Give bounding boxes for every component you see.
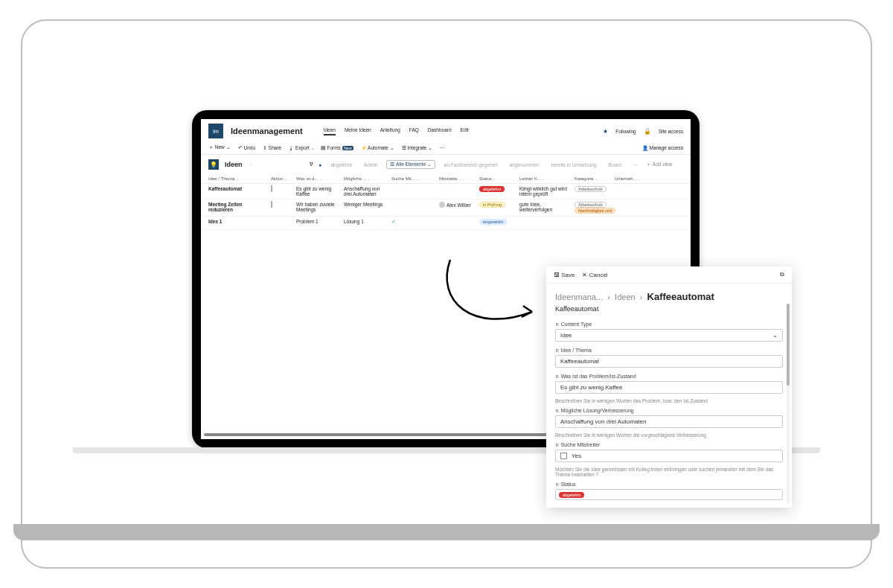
nav-faq[interactable]: FAQ (409, 127, 419, 135)
more-button[interactable]: ··· (440, 145, 444, 150)
view-fachbereich[interactable]: an Fachbereich gegeben (441, 162, 501, 168)
cell-problem: Wir haben zuviele Meetings (296, 202, 341, 212)
checkbox-icon (560, 453, 567, 459)
table-row[interactable]: Meeting Zeiten reduzierenWir haben zuvie… (201, 199, 691, 217)
avatar (439, 202, 445, 208)
input-loesung[interactable]: Anschaffung von drei Automaten (555, 415, 783, 428)
cell-solution: Anschaffung von drei Automaten (344, 186, 388, 196)
cell-status: abgelehnt (479, 186, 516, 192)
sharepoint-app: Im Ideenmanagement Ideen Meine Ideen Anl… (201, 119, 691, 230)
breadcrumb-1[interactable]: Ideen (615, 293, 636, 301)
select-content-type[interactable]: Idee⌄ (555, 329, 783, 342)
favorite-star-icon[interactable]: ☆ (249, 162, 253, 167)
site-header: Im Ideenmanagement Ideen Meine Ideen Anl… (201, 119, 691, 141)
manage-access-button[interactable]: 👤 Manage access (642, 145, 683, 151)
action-icon[interactable] (271, 201, 272, 208)
cell-action[interactable] (271, 186, 293, 191)
new-button[interactable]: ＋ New ⌄ (208, 144, 231, 151)
panel-toolbar: 🖫 Save ✕ Cancel ⧉ (546, 266, 792, 284)
col-aktion[interactable]: Aktion (271, 176, 293, 181)
category-badge: Nachhaltigkeit und (574, 208, 615, 214)
breadcrumb-0[interactable]: Ideenmana... (555, 293, 603, 301)
label-loesung: Mögliche Lösung/Verbesserung (555, 408, 783, 413)
nav-meine-ideen[interactable]: Meine Ideen (345, 127, 371, 135)
integrate-button[interactable]: ☰ Integrate ⌄ (402, 145, 432, 151)
nav-anleitung[interactable]: Anleitung (380, 127, 400, 135)
panel-scrollbar[interactable] (787, 304, 790, 503)
star-icon: ★ (603, 128, 608, 135)
page-frame: Im Ideenmanagement Ideen Meine Ideen Anl… (21, 19, 872, 569)
view-angenommen[interactable]: angenommen (507, 162, 542, 168)
checkbox-mitstreiter[interactable]: Yes (555, 450, 783, 462)
label-mitstreiter: Suche Mitstreiter (555, 442, 783, 447)
undo-button[interactable]: ↶ Undo (238, 145, 255, 151)
add-view-button[interactable]: ＋ Add view (646, 162, 672, 168)
cell-idea[interactable]: Meeting Zeiten reduzieren (208, 202, 268, 212)
following-button[interactable]: Following (615, 129, 636, 134)
nav-edit[interactable]: Edit (461, 127, 469, 135)
save-button[interactable]: 🖫 Save (554, 272, 574, 278)
cell-comment: Klingt wirklich gut wird intern geprüft (519, 186, 572, 196)
col-status[interactable]: Status (479, 176, 516, 181)
site-access-button[interactable]: Site access (659, 129, 683, 134)
cell-solution: Lösung 1 (344, 219, 388, 224)
list-icon: 💡 (208, 159, 219, 170)
action-icon[interactable] (271, 185, 272, 192)
list-title: Ideen (225, 161, 243, 168)
table-row[interactable]: KaffeeautomatEs gibt zu wenig KaffeeAnsc… (201, 184, 691, 199)
col-loesung[interactable]: Mögliche ... (344, 176, 388, 181)
table-row[interactable]: Idee 1Problem 1Lösung 1✓eingereicht (201, 217, 691, 230)
cell-action[interactable] (271, 202, 293, 207)
status-badge: abgelehnt (479, 186, 505, 192)
site-nav: Ideen Meine Ideen Anleitung FAQ Dashboar… (324, 127, 469, 135)
cell-idea[interactable]: Idee 1 (208, 219, 268, 224)
copy-link-icon[interactable]: ⧉ (780, 271, 784, 278)
filter-icon[interactable]: ∇ (310, 162, 313, 167)
cell-status: eingereicht (479, 219, 516, 225)
col-mitstreiter[interactable]: Mitstreite... (439, 176, 476, 181)
detail-panel: 🖫 Save ✕ Cancel ⧉ Ideenmana... › Ideen ›… (546, 266, 792, 508)
label-content-type: Content Type (555, 322, 783, 327)
chevron-down-icon: ⌄ (772, 332, 778, 339)
view-alle-elemente[interactable]: ☰ Alle Elemente ⌄ (386, 160, 435, 169)
col-problem[interactable]: Was ist d... (296, 176, 341, 181)
site-logo[interactable]: Im (208, 124, 223, 138)
input-status[interactable]: abgelehnt (555, 489, 783, 500)
col-kategorie[interactable]: Kategorie (574, 176, 612, 181)
breadcrumb-current: Kaffeeautomat (647, 291, 714, 302)
forms-button[interactable]: ▤ Forms New (321, 145, 353, 151)
cell-mitstreiter: Alex Wilber (439, 202, 476, 208)
cancel-button[interactable]: ✕ Cancel (582, 272, 607, 278)
cell-status: in Prüfung (479, 202, 516, 208)
automate-button[interactable]: ⚡ Automate ⌄ (361, 145, 394, 151)
col-unternehmen[interactable]: Unterneh... (615, 176, 659, 181)
share-button[interactable]: ⇪ Share (263, 145, 281, 151)
view-admin[interactable]: Admin (361, 162, 380, 168)
export-button[interactable]: ⭳ Export ⌄ (289, 145, 313, 150)
nav-ideen[interactable]: Ideen (324, 127, 336, 135)
col-kommentar[interactable]: Letzter K... (519, 176, 572, 181)
input-problem[interactable]: Es gibt zu wenig Kaffee (555, 381, 783, 394)
help-mitstreiter: Möchten Sie die Idee gemeinsam mit Kolle… (546, 465, 792, 479)
site-title: Ideenmanagement (231, 127, 303, 135)
cell-problem: Es gibt zu wenig Kaffee (296, 186, 341, 196)
col-idee[interactable]: Idee / Thema (208, 176, 268, 181)
nav-dashboard[interactable]: Dashboard (428, 127, 452, 135)
rows-container: KaffeeautomatEs gibt zu wenig KaffeeAnsc… (201, 184, 691, 230)
view-board[interactable]: Board (606, 162, 624, 168)
label-problem: Was ist das Problem/Ist-Zustand (555, 374, 783, 379)
view-more[interactable]: ··· (630, 162, 640, 168)
view-umsetzung[interactable]: bereits in Umsetzung (548, 162, 600, 168)
cell-kategorie: Arbeitsschutz (574, 186, 612, 192)
help-loesung: Beschreiben Sie in wenigen Worten die vo… (546, 431, 792, 439)
status-badge: abgelehnt (559, 492, 584, 498)
label-status: Status (555, 482, 783, 487)
input-idee[interactable]: Kaffeeautomat (555, 355, 783, 368)
category-badge: Arbeitsschutz (574, 186, 606, 192)
cell-idea[interactable]: Kaffeeautomat (208, 186, 268, 191)
cell-comment: gute Idee, weiterverfolgen (519, 202, 572, 212)
help-problem: Beschreiben Sie in wenigen Worten das Pr… (546, 397, 792, 405)
status-dot-icon[interactable]: ● (319, 162, 322, 167)
col-suche[interactable]: Suche Mit... (391, 176, 436, 181)
view-abgelehnt[interactable]: abgelehnt (327, 162, 355, 168)
